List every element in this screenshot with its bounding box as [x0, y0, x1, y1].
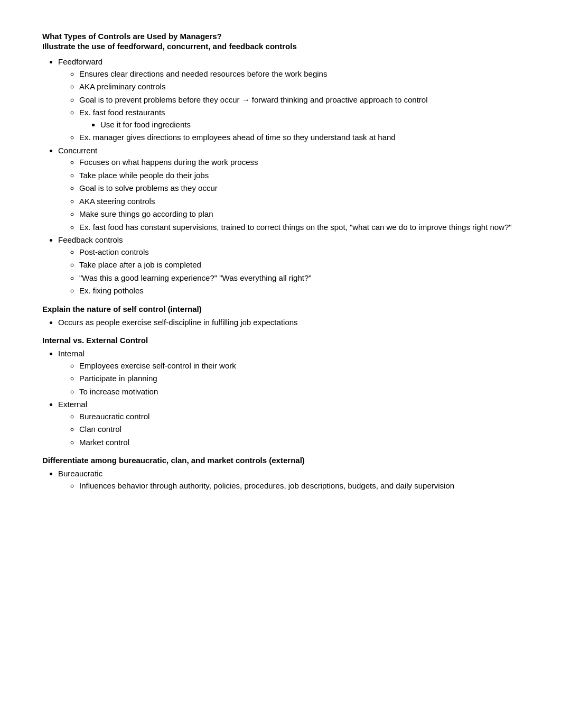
- section4-list: Bureaucratic Influences behavior through…: [58, 468, 519, 492]
- list-item: Take place while people do their jobs: [79, 170, 519, 182]
- feedforward-sub-children: Use it for food ingredients: [100, 119, 519, 131]
- document-container: What Types of Controls are Used by Manag…: [42, 32, 519, 492]
- list-item: Post-action controls: [79, 246, 519, 259]
- doc-title: What Types of Controls are Used by Manag…: [42, 32, 519, 41]
- list-item: Use it for food ingredients: [100, 119, 519, 131]
- list-item: To increase motivation: [79, 386, 519, 398]
- list-item: Participate in planning: [79, 373, 519, 385]
- list-item: Ex. manager gives directions to employee…: [79, 132, 519, 144]
- list-item: Make sure things go according to plan: [79, 208, 519, 220]
- list-item-internal: Internal Employees exercise self-control…: [58, 348, 519, 398]
- concurrent-label: Concurrent: [58, 146, 97, 155]
- list-item: Focuses on what happens during the work …: [79, 156, 519, 169]
- concurrent-children: Focuses on what happens during the work …: [79, 156, 519, 233]
- section2-list: Occurs as people exercise self-disciplin…: [58, 317, 519, 329]
- list-item-feedback: Feedback controls Post-action controls T…: [58, 234, 519, 297]
- list-item: Occurs as people exercise self-disciplin…: [58, 317, 519, 329]
- list-item: Ex. fixing potholes: [79, 285, 519, 297]
- list-item: AKA preliminary controls: [79, 81, 519, 93]
- internal-label: Internal: [58, 349, 85, 358]
- list-item: Clan control: [79, 423, 519, 436]
- feedback-children: Post-action controls Take place after a …: [79, 246, 519, 297]
- feedforward-label: Feedforward: [58, 57, 102, 66]
- list-item: Ensures clear directions and needed reso…: [79, 68, 519, 80]
- feedforward-children: Ensures clear directions and needed reso…: [79, 68, 519, 144]
- external-label: External: [58, 400, 87, 409]
- list-item: Employees exercise self-control in their…: [79, 360, 519, 372]
- doc-subtitle: Illustrate the use of feedforward, concu…: [42, 42, 519, 51]
- list-item-bureaucratic: Bureaucratic Influences behavior through…: [58, 468, 519, 492]
- list-item: Bureaucratic control: [79, 411, 519, 423]
- list-item: Goal is to solve problems as they occur: [79, 182, 519, 195]
- section2-heading: Explain the nature of self control (inte…: [42, 305, 519, 314]
- section3-heading: Internal vs. External Control: [42, 336, 519, 345]
- list-item-concurrent: Concurrent Focuses on what happens durin…: [58, 145, 519, 234]
- internal-children: Employees exercise self-control in their…: [79, 360, 519, 398]
- section3-list: Internal Employees exercise self-control…: [58, 348, 519, 448]
- list-item: Market control: [79, 437, 519, 449]
- list-item: AKA steering controls: [79, 196, 519, 208]
- feedback-label: Feedback controls: [58, 235, 123, 244]
- external-children: Bureaucratic control Clan control Market…: [79, 411, 519, 449]
- list-item: Influences behavior through authority, p…: [79, 480, 519, 492]
- main-list: Feedforward Ensures clear directions and…: [58, 56, 519, 297]
- bureaucratic-label: Bureaucratic: [58, 469, 102, 478]
- list-item-feedforward: Feedforward Ensures clear directions and…: [58, 56, 519, 144]
- bureaucratic-children: Influences behavior through authority, p…: [79, 480, 519, 492]
- list-item: "Was this a good learning experience?" "…: [79, 272, 519, 284]
- list-item: Take place after a job is completed: [79, 259, 519, 271]
- list-item-external: External Bureaucratic control Clan contr…: [58, 399, 519, 448]
- list-item: Ex. fast food restaurants Use it for foo…: [79, 107, 519, 131]
- section4-heading: Differentiate among bureaucratic, clan, …: [42, 456, 519, 465]
- list-item: Ex. fast food has constant supervisions,…: [79, 222, 519, 234]
- list-item: Goal is to prevent problems before they …: [79, 94, 519, 106]
